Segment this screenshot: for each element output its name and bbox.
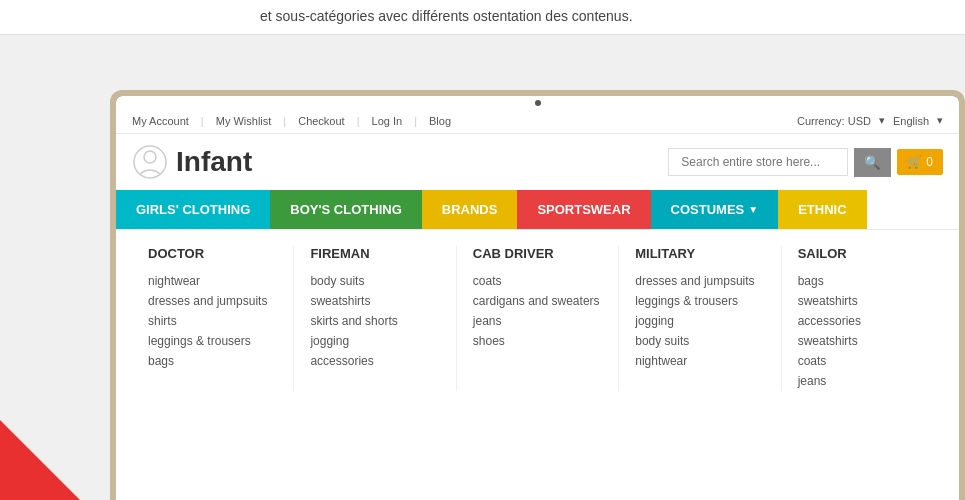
cart-button[interactable]: 🛒 0 xyxy=(897,149,943,175)
nav-sportswear[interactable]: SPORTSWEAR xyxy=(517,190,650,229)
col-cabdriver-items: coats cardigans and sweaters jeans shoes xyxy=(473,271,602,351)
list-item[interactable]: leggings & trousers xyxy=(148,331,277,351)
list-item[interactable]: coats xyxy=(473,271,602,291)
nav-bar: GIRLS' CLOTHING BOY'S CLOTHING BRANDS SP… xyxy=(116,190,959,229)
divider2: | xyxy=(283,115,286,127)
nav-boys-clothing[interactable]: BOY'S CLOTHING xyxy=(270,190,421,229)
camera-dot xyxy=(535,100,541,106)
list-item[interactable]: nightwear xyxy=(148,271,277,291)
dropdown-col-doctor: DOCTOR nightwear dresses and jumpsuits s… xyxy=(132,246,294,391)
header-right: Currency: USD ▾ English ▾ xyxy=(797,114,943,127)
search-area: 🔍 🛒 0 xyxy=(668,148,943,177)
currency-dropdown-icon[interactable]: ▾ xyxy=(879,114,885,127)
list-item[interactable]: body suits xyxy=(310,271,439,291)
cart-count: 0 xyxy=(926,155,933,169)
svg-point-1 xyxy=(144,151,156,163)
nav-boys-label: BOY'S CLOTHING xyxy=(290,202,401,217)
search-icon: 🔍 xyxy=(864,155,881,170)
nav-costumes-label: COSTUMES xyxy=(671,202,745,217)
divider3: | xyxy=(357,115,360,127)
col-cabdriver-title: CAB DRIVER xyxy=(473,246,602,261)
nav-ethnic[interactable]: ETHNIC xyxy=(778,190,866,229)
dropdown-col-cabdriver: CAB DRIVER coats cardigans and sweaters … xyxy=(457,246,619,391)
list-item[interactable]: skirts and shorts xyxy=(310,311,439,331)
dropdown-col-fireman: FIREMAN body suits sweatshirts skirts an… xyxy=(294,246,456,391)
list-item[interactable]: shirts xyxy=(148,311,277,331)
nav-brands[interactable]: BRANDS xyxy=(422,190,518,229)
divider1: | xyxy=(201,115,204,127)
nav-brands-label: BRANDS xyxy=(442,202,498,217)
login-link[interactable]: Log In xyxy=(372,115,403,127)
list-item[interactable]: jogging xyxy=(310,331,439,351)
my-account-link[interactable]: My Account xyxy=(132,115,189,127)
dropdown-menu: DOCTOR nightwear dresses and jumpsuits s… xyxy=(116,229,959,407)
intro-text: et sous-catégories avec différents osten… xyxy=(0,0,965,35)
list-item[interactable]: leggings & trousers xyxy=(635,291,764,311)
logo-icon xyxy=(132,144,168,180)
list-item[interactable]: bags xyxy=(798,271,927,291)
language-dropdown-icon[interactable]: ▾ xyxy=(937,114,943,127)
list-item[interactable]: nightwear xyxy=(635,351,764,371)
intro-text-content: et sous-catégories avec différents osten… xyxy=(260,8,633,24)
list-item[interactable]: shoes xyxy=(473,331,602,351)
logo-area: Infant xyxy=(132,144,252,180)
costumes-dropdown-icon: ▼ xyxy=(748,204,758,215)
language-label: English xyxy=(893,115,929,127)
nav-ethnic-label: ETHNIC xyxy=(798,202,846,217)
list-item[interactable]: jogging xyxy=(635,311,764,331)
red-triangle-decoration xyxy=(0,420,80,500)
list-item[interactable]: sweatshirts xyxy=(798,291,927,311)
device-frame: My Account | My Wishlist | Checkout | Lo… xyxy=(110,90,965,500)
col-sailor-title: SAILOR xyxy=(798,246,927,261)
col-doctor-items: nightwear dresses and jumpsuits shirts l… xyxy=(148,271,277,371)
search-button[interactable]: 🔍 xyxy=(854,148,891,177)
col-fireman-items: body suits sweatshirts skirts and shorts… xyxy=(310,271,439,371)
list-item[interactable]: sweatshirts xyxy=(798,331,927,351)
currency-label: Currency: USD xyxy=(797,115,871,127)
nav-girls-clothing[interactable]: GIRLS' CLOTHING xyxy=(116,190,270,229)
list-item[interactable]: body suits xyxy=(635,331,764,351)
search-input[interactable] xyxy=(668,148,848,176)
col-fireman-title: FIREMAN xyxy=(310,246,439,261)
list-item[interactable]: dresses and jumpsuits xyxy=(148,291,277,311)
list-item[interactable]: bags xyxy=(148,351,277,371)
nav-girls-label: GIRLS' CLOTHING xyxy=(136,202,250,217)
my-wishlist-link[interactable]: My Wishlist xyxy=(216,115,272,127)
list-item[interactable]: coats xyxy=(798,351,927,371)
store-top-nav: My Account | My Wishlist | Checkout | Lo… xyxy=(116,108,959,134)
list-item[interactable]: accessories xyxy=(798,311,927,331)
device-screen: My Account | My Wishlist | Checkout | Lo… xyxy=(116,96,959,500)
col-doctor-title: DOCTOR xyxy=(148,246,277,261)
list-item[interactable]: accessories xyxy=(310,351,439,371)
col-military-title: MILITARY xyxy=(635,246,764,261)
nav-costumes[interactable]: COSTUMES ▼ xyxy=(651,190,779,229)
svg-marker-2 xyxy=(0,420,80,500)
col-sailor-items: bags sweatshirts accessories sweatshirts… xyxy=(798,271,927,391)
list-item[interactable]: dresses and jumpsuits xyxy=(635,271,764,291)
nav-sportswear-label: SPORTSWEAR xyxy=(537,202,630,217)
logo-text: Infant xyxy=(176,146,252,178)
logo-search-row: Infant 🔍 🛒 0 xyxy=(116,134,959,190)
dropdown-col-sailor: SAILOR bags sweatshirts accessories swea… xyxy=(782,246,943,391)
top-nav-links: My Account | My Wishlist | Checkout | Lo… xyxy=(132,115,451,127)
col-military-items: dresses and jumpsuits leggings & trouser… xyxy=(635,271,764,371)
cart-icon: 🛒 xyxy=(907,155,922,169)
dropdown-col-military: MILITARY dresses and jumpsuits leggings … xyxy=(619,246,781,391)
list-item[interactable]: sweatshirts xyxy=(310,291,439,311)
checkout-link[interactable]: Checkout xyxy=(298,115,344,127)
divider4: | xyxy=(414,115,417,127)
list-item[interactable]: jeans xyxy=(473,311,602,331)
list-item[interactable]: jeans xyxy=(798,371,927,391)
blog-link[interactable]: Blog xyxy=(429,115,451,127)
list-item[interactable]: cardigans and sweaters xyxy=(473,291,602,311)
